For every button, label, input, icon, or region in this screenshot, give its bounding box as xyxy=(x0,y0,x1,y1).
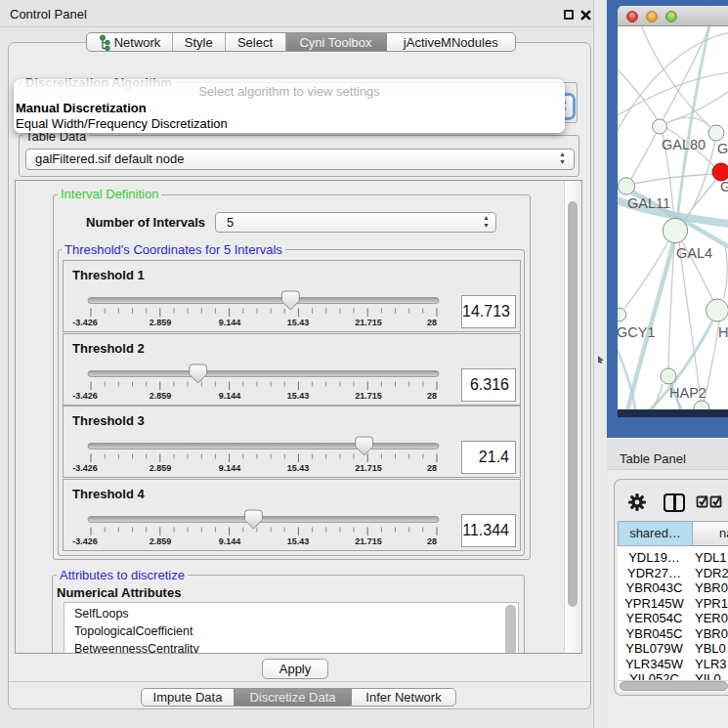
svg-text:GAL11: GAL11 xyxy=(627,195,670,211)
svg-text:GA: GA xyxy=(717,141,728,156)
svg-text:H: H xyxy=(718,324,728,340)
svg-text:GAL4: GAL4 xyxy=(676,245,712,261)
svg-text:HAP2: HAP2 xyxy=(669,385,707,401)
svg-text:GAL80: GAL80 xyxy=(662,137,706,152)
svg-text:G: G xyxy=(720,179,728,194)
svg-text:GCY1: GCY1 xyxy=(618,324,656,340)
